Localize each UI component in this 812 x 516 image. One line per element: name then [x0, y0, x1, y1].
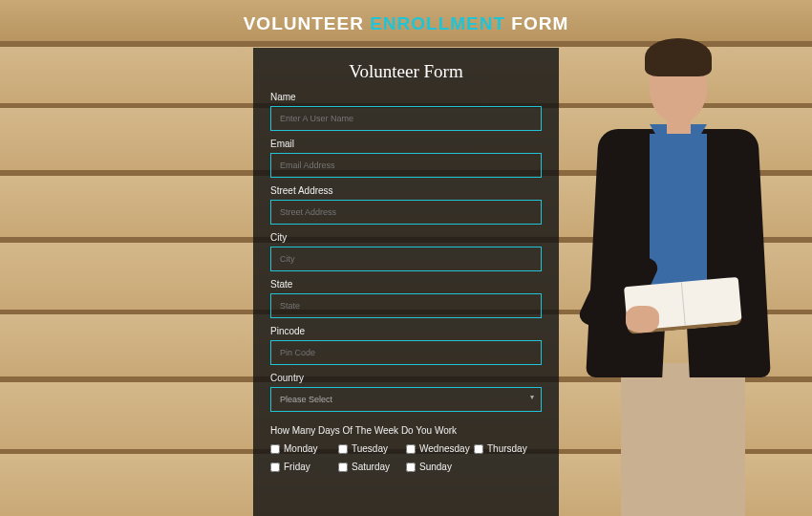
- title-part1: VOLUNTEER: [244, 13, 370, 33]
- day-tuesday-label: Tuesday: [352, 443, 388, 454]
- day-sunday-label: Sunday: [419, 462, 452, 472]
- day-wednesday[interactable]: Wednesday: [406, 443, 474, 454]
- day-tuesday[interactable]: Tuesday: [338, 443, 406, 454]
- city-label: City: [270, 232, 542, 243]
- street-label: Street Address: [270, 185, 542, 196]
- email-label: Email: [270, 139, 542, 149]
- day-monday-checkbox[interactable]: [270, 444, 280, 454]
- day-tuesday-checkbox[interactable]: [338, 444, 348, 454]
- country-label: Country: [270, 373, 542, 383]
- day-saturday[interactable]: Saturday: [338, 462, 406, 472]
- form-heading: Volunteer Form: [270, 61, 542, 82]
- background-person-illustration: [525, 29, 793, 516]
- city-input[interactable]: [270, 247, 542, 271]
- day-thursday-checkbox[interactable]: [474, 444, 483, 454]
- name-label: Name: [270, 92, 542, 102]
- title-accent: ENROLLMENT: [370, 13, 505, 33]
- state-label: State: [270, 279, 542, 290]
- day-monday-label: Monday: [284, 443, 318, 454]
- country-select[interactable]: Please Select: [270, 387, 542, 412]
- email-input[interactable]: [270, 153, 542, 178]
- days-row: Monday Tuesday Wednesday Thursday Friday…: [270, 443, 542, 480]
- day-thursday-label: Thursday: [487, 443, 527, 454]
- day-friday[interactable]: Friday: [270, 462, 338, 472]
- day-wednesday-label: Wednesday: [419, 443, 470, 454]
- day-sunday-checkbox[interactable]: [406, 462, 416, 472]
- day-saturday-label: Saturday: [352, 462, 390, 472]
- pincode-input[interactable]: [270, 340, 542, 365]
- name-input[interactable]: [270, 106, 542, 131]
- form-panel: Volunteer Form Name Email Street Address…: [253, 48, 559, 516]
- pincode-label: Pincode: [270, 326, 542, 336]
- day-monday[interactable]: Monday: [270, 443, 338, 454]
- state-input[interactable]: [270, 293, 542, 318]
- day-friday-checkbox[interactable]: [270, 462, 280, 472]
- days-question-label: How Many Days Of The Week Do You Work: [270, 425, 542, 436]
- day-wednesday-checkbox[interactable]: [406, 444, 416, 454]
- day-saturday-checkbox[interactable]: [338, 462, 348, 472]
- day-sunday[interactable]: Sunday: [406, 462, 474, 472]
- street-input[interactable]: [270, 200, 542, 225]
- day-friday-label: Friday: [284, 462, 310, 472]
- country-select-wrap: Please Select: [270, 387, 542, 414]
